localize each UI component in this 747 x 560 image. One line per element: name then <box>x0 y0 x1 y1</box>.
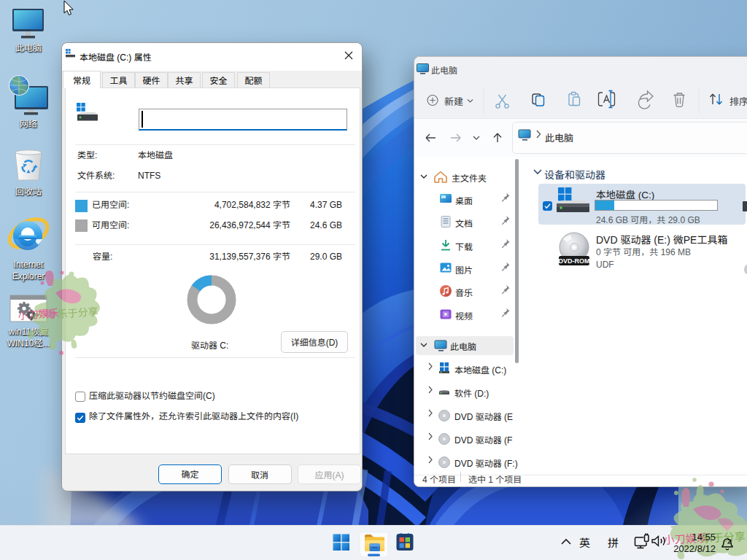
svg-text:14:55: 14:55 <box>692 532 716 542</box>
svg-text:英: 英 <box>579 534 590 550</box>
svg-text:排序: 排序 <box>729 94 747 108</box>
svg-text:此电脑: 此电脑 <box>545 131 573 144</box>
svg-text:拼: 拼 <box>608 534 619 550</box>
svg-text:DVD-ROM: DVD-ROM <box>559 257 590 265</box>
svg-text:2022/8/12: 2022/8/12 <box>673 543 716 554</box>
svg-text:新建: 新建 <box>444 94 463 108</box>
